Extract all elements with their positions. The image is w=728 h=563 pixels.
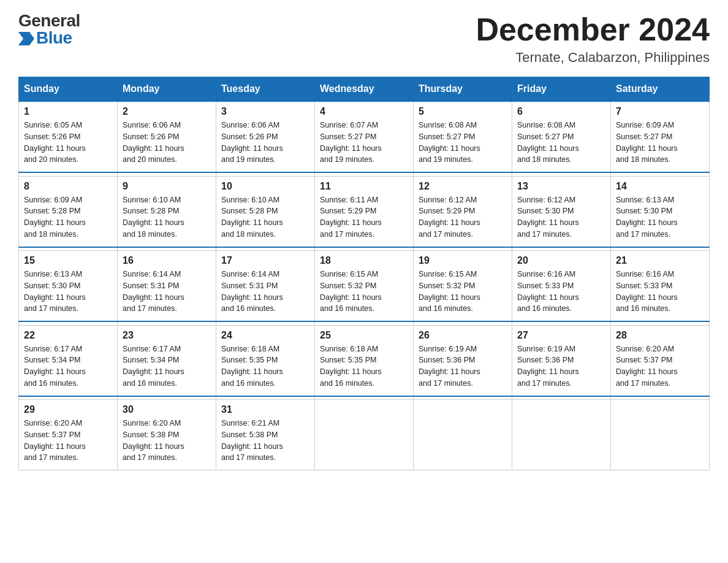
day-info: Sunrise: 6:13 AMSunset: 5:30 PMDaylight:… bbox=[616, 194, 704, 240]
daylight-minutes: and 19 minutes. bbox=[419, 155, 473, 164]
day-number: 21 bbox=[616, 255, 704, 266]
sunrise-text: Sunrise: 6:12 AM bbox=[517, 196, 575, 204]
sunset-text: Sunset: 5:28 PM bbox=[123, 207, 179, 215]
daylight-minutes: and 16 minutes. bbox=[221, 304, 276, 313]
sunrise-text: Sunrise: 6:20 AM bbox=[616, 345, 674, 353]
sunset-text: Sunset: 5:30 PM bbox=[517, 207, 574, 215]
daylight-text: Daylight: 11 hours bbox=[419, 293, 480, 302]
day-info: Sunrise: 6:17 AMSunset: 5:34 PMDaylight:… bbox=[123, 343, 211, 389]
day-number: 23 bbox=[123, 330, 211, 341]
day-number: 24 bbox=[221, 330, 309, 341]
daylight-text: Daylight: 11 hours bbox=[419, 144, 480, 153]
header-monday: Monday bbox=[118, 77, 216, 102]
sunrise-text: Sunrise: 6:18 AM bbox=[221, 345, 279, 353]
daylight-minutes: and 18 minutes. bbox=[221, 230, 276, 239]
sunset-text: Sunset: 5:29 PM bbox=[320, 207, 376, 215]
calendar-week-row: 29Sunrise: 6:20 AMSunset: 5:37 PMDayligh… bbox=[19, 400, 710, 470]
logo: General Blue bbox=[18, 12, 80, 47]
daylight-text: Daylight: 11 hours bbox=[123, 293, 184, 302]
calendar-cell: 26Sunrise: 6:19 AMSunset: 5:36 PMDayligh… bbox=[414, 325, 512, 396]
day-info: Sunrise: 6:05 AMSunset: 5:26 PMDaylight:… bbox=[24, 120, 112, 166]
sunset-text: Sunset: 5:36 PM bbox=[419, 356, 475, 364]
day-number: 16 bbox=[123, 255, 211, 266]
day-info: Sunrise: 6:16 AMSunset: 5:33 PMDaylight:… bbox=[517, 269, 605, 315]
daylight-text: Daylight: 11 hours bbox=[221, 367, 283, 376]
sunrise-text: Sunrise: 6:13 AM bbox=[24, 270, 82, 278]
daylight-minutes: and 17 minutes. bbox=[517, 379, 572, 388]
day-info: Sunrise: 6:14 AMSunset: 5:31 PMDaylight:… bbox=[221, 269, 309, 315]
daylight-text: Daylight: 11 hours bbox=[24, 293, 86, 302]
sunset-text: Sunset: 5:27 PM bbox=[419, 132, 475, 141]
sunrise-text: Sunrise: 6:10 AM bbox=[123, 196, 181, 204]
sunset-text: Sunset: 5:36 PM bbox=[517, 356, 574, 364]
day-info: Sunrise: 6:11 AMSunset: 5:29 PMDaylight:… bbox=[320, 194, 408, 240]
calendar-cell: 28Sunrise: 6:20 AMSunset: 5:37 PMDayligh… bbox=[611, 325, 710, 396]
day-number: 17 bbox=[221, 255, 309, 266]
sunset-text: Sunset: 5:29 PM bbox=[419, 207, 475, 215]
daylight-text: Daylight: 11 hours bbox=[123, 218, 184, 227]
daylight-minutes: and 17 minutes. bbox=[24, 304, 78, 313]
sunset-text: Sunset: 5:33 PM bbox=[616, 282, 672, 290]
day-number: 4 bbox=[320, 106, 408, 117]
day-number: 22 bbox=[24, 330, 112, 341]
sunset-text: Sunset: 5:31 PM bbox=[123, 282, 179, 290]
daylight-minutes: and 20 minutes. bbox=[123, 155, 177, 164]
day-info: Sunrise: 6:18 AMSunset: 5:35 PMDaylight:… bbox=[320, 343, 408, 389]
daylight-minutes: and 17 minutes. bbox=[517, 230, 572, 239]
day-info: Sunrise: 6:09 AMSunset: 5:27 PMDaylight:… bbox=[616, 120, 704, 166]
day-number: 26 bbox=[419, 330, 507, 341]
day-info: Sunrise: 6:13 AMSunset: 5:30 PMDaylight:… bbox=[24, 269, 112, 315]
sunset-text: Sunset: 5:38 PM bbox=[123, 431, 179, 439]
day-info: Sunrise: 6:10 AMSunset: 5:28 PMDaylight:… bbox=[221, 194, 309, 240]
calendar-cell: 5Sunrise: 6:08 AMSunset: 5:27 PMDaylight… bbox=[414, 101, 512, 172]
header-friday: Friday bbox=[512, 77, 611, 102]
day-number: 28 bbox=[616, 330, 704, 341]
sunset-text: Sunset: 5:26 PM bbox=[123, 132, 179, 141]
sunset-text: Sunset: 5:34 PM bbox=[24, 356, 80, 364]
calendar-week-row: 22Sunrise: 6:17 AMSunset: 5:34 PMDayligh… bbox=[19, 325, 710, 396]
day-info: Sunrise: 6:19 AMSunset: 5:36 PMDaylight:… bbox=[517, 343, 605, 389]
daylight-text: Daylight: 11 hours bbox=[123, 367, 184, 376]
calendar-cell: 9Sunrise: 6:10 AMSunset: 5:28 PMDaylight… bbox=[118, 176, 216, 247]
calendar-cell: 2Sunrise: 6:06 AMSunset: 5:26 PMDaylight… bbox=[118, 101, 216, 172]
sunrise-text: Sunrise: 6:18 AM bbox=[320, 345, 378, 353]
calendar-cell: 6Sunrise: 6:08 AMSunset: 5:27 PMDaylight… bbox=[512, 101, 611, 172]
sunset-text: Sunset: 5:28 PM bbox=[24, 207, 80, 215]
day-info: Sunrise: 6:15 AMSunset: 5:32 PMDaylight:… bbox=[320, 269, 408, 315]
sunrise-text: Sunrise: 6:16 AM bbox=[616, 270, 674, 278]
calendar-cell: 11Sunrise: 6:11 AMSunset: 5:29 PMDayligh… bbox=[315, 176, 414, 247]
header-thursday: Thursday bbox=[414, 77, 512, 102]
day-info: Sunrise: 6:06 AMSunset: 5:26 PMDaylight:… bbox=[221, 120, 309, 166]
daylight-text: Daylight: 11 hours bbox=[320, 367, 382, 376]
sunrise-text: Sunrise: 6:17 AM bbox=[123, 345, 181, 353]
daylight-minutes: and 18 minutes. bbox=[24, 230, 78, 239]
sunrise-text: Sunrise: 6:21 AM bbox=[221, 419, 279, 427]
title-area: December 2024 Ternate, Calabarzon, Phili… bbox=[476, 12, 710, 66]
daylight-minutes: and 18 minutes. bbox=[517, 155, 572, 164]
daylight-text: Daylight: 11 hours bbox=[616, 367, 678, 376]
daylight-minutes: and 17 minutes. bbox=[616, 379, 670, 388]
day-info: Sunrise: 6:12 AMSunset: 5:29 PMDaylight:… bbox=[419, 194, 507, 240]
sunrise-text: Sunrise: 6:14 AM bbox=[221, 270, 279, 278]
calendar-cell: 30Sunrise: 6:20 AMSunset: 5:38 PMDayligh… bbox=[118, 400, 216, 470]
logo-general-text: General bbox=[18, 12, 80, 29]
daylight-text: Daylight: 11 hours bbox=[616, 144, 678, 153]
header-wednesday: Wednesday bbox=[315, 77, 414, 102]
calendar-table: SundayMondayTuesdayWednesdayThursdayFrid… bbox=[18, 77, 710, 470]
calendar-cell: 15Sunrise: 6:13 AMSunset: 5:30 PMDayligh… bbox=[19, 251, 118, 322]
day-number: 6 bbox=[517, 106, 605, 117]
daylight-minutes: and 16 minutes. bbox=[221, 379, 276, 388]
day-number: 3 bbox=[221, 106, 309, 117]
day-number: 7 bbox=[616, 106, 704, 117]
calendar-cell: 29Sunrise: 6:20 AMSunset: 5:37 PMDayligh… bbox=[19, 400, 118, 470]
calendar-header-row: SundayMondayTuesdayWednesdayThursdayFrid… bbox=[19, 77, 710, 102]
calendar-cell: 23Sunrise: 6:17 AMSunset: 5:34 PMDayligh… bbox=[118, 325, 216, 396]
sunrise-text: Sunrise: 6:07 AM bbox=[320, 121, 378, 129]
sunrise-text: Sunrise: 6:20 AM bbox=[123, 419, 181, 427]
sunrise-text: Sunrise: 6:15 AM bbox=[320, 270, 378, 278]
day-number: 27 bbox=[517, 330, 605, 341]
daylight-minutes: and 16 minutes. bbox=[517, 304, 572, 313]
daylight-minutes: and 16 minutes. bbox=[419, 304, 473, 313]
daylight-minutes: and 16 minutes. bbox=[24, 379, 78, 388]
day-number: 30 bbox=[123, 404, 211, 415]
